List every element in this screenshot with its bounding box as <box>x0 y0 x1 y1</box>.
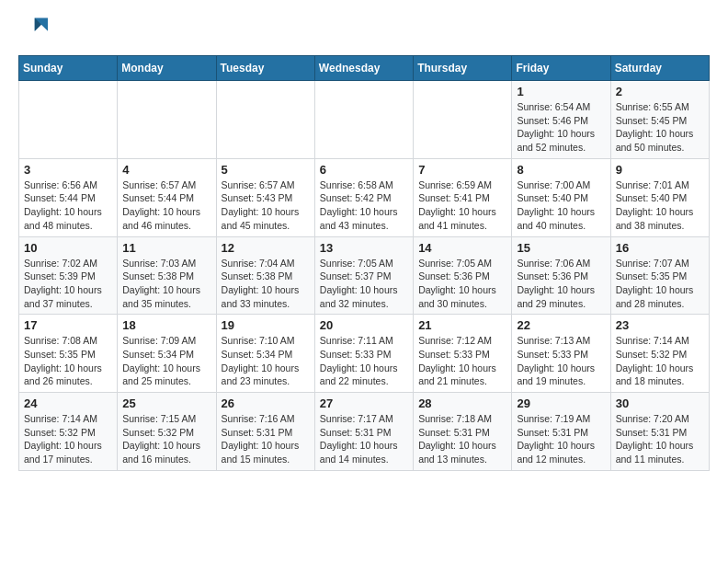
calendar-cell: 11Sunrise: 7:03 AM Sunset: 5:38 PM Dayli… <box>118 236 216 315</box>
calendar-cell: 27Sunrise: 7:17 AM Sunset: 5:31 PM Dayli… <box>314 393 413 471</box>
calendar-header-tuesday: Tuesday <box>216 56 314 81</box>
calendar-cell: 4Sunrise: 6:57 AM Sunset: 5:44 PM Daylig… <box>118 158 216 236</box>
day-info: Sunrise: 7:05 AM Sunset: 5:36 PM Dayligh… <box>418 257 506 311</box>
day-info: Sunrise: 7:16 AM Sunset: 5:31 PM Dayligh… <box>222 412 310 466</box>
calendar-cell: 5Sunrise: 6:57 AM Sunset: 5:43 PM Daylig… <box>216 158 314 236</box>
logo-icon <box>18 15 48 44</box>
day-number: 12 <box>222 241 310 255</box>
day-number: 14 <box>418 241 506 255</box>
day-info: Sunrise: 7:20 AM Sunset: 5:31 PM Dayligh… <box>616 412 704 466</box>
calendar-cell: 6Sunrise: 6:58 AM Sunset: 5:42 PM Daylig… <box>314 158 413 236</box>
day-info: Sunrise: 7:01 AM Sunset: 5:40 PM Dayligh… <box>616 178 704 233</box>
calendar-header-sunday: Sunday <box>19 56 118 81</box>
calendar-header-friday: Friday <box>512 56 610 81</box>
header <box>18 15 710 44</box>
day-info: Sunrise: 7:11 AM Sunset: 5:33 PM Dayligh… <box>320 334 408 388</box>
day-info: Sunrise: 6:57 AM Sunset: 5:43 PM Dayligh… <box>222 178 310 233</box>
day-number: 29 <box>517 396 605 410</box>
day-number: 20 <box>320 318 408 332</box>
calendar-cell: 23Sunrise: 7:14 AM Sunset: 5:32 PM Dayli… <box>610 315 709 393</box>
calendar-cell: 24Sunrise: 7:14 AM Sunset: 5:32 PM Dayli… <box>19 393 118 471</box>
calendar-cell: 3Sunrise: 6:56 AM Sunset: 5:44 PM Daylig… <box>19 158 118 236</box>
calendar-header-wednesday: Wednesday <box>314 56 413 81</box>
day-number: 19 <box>222 318 310 332</box>
day-number: 23 <box>616 318 704 332</box>
calendar-cell: 10Sunrise: 7:02 AM Sunset: 5:39 PM Dayli… <box>19 236 118 315</box>
day-info: Sunrise: 7:00 AM Sunset: 5:40 PM Dayligh… <box>517 178 605 233</box>
day-number: 21 <box>418 318 506 332</box>
day-info: Sunrise: 7:17 AM Sunset: 5:31 PM Dayligh… <box>320 412 408 466</box>
calendar-cell: 1Sunrise: 6:54 AM Sunset: 5:46 PM Daylig… <box>512 81 610 159</box>
day-number: 26 <box>222 396 310 410</box>
calendar-header-row: SundayMondayTuesdayWednesdayThursdayFrid… <box>19 56 710 81</box>
calendar-table: SundayMondayTuesdayWednesdayThursdayFrid… <box>18 55 710 471</box>
day-info: Sunrise: 7:15 AM Sunset: 5:32 PM Dayligh… <box>122 412 210 466</box>
calendar-cell: 15Sunrise: 7:06 AM Sunset: 5:36 PM Dayli… <box>512 236 610 315</box>
day-info: Sunrise: 6:54 AM Sunset: 5:46 PM Dayligh… <box>517 100 605 155</box>
day-number: 1 <box>517 85 605 98</box>
day-info: Sunrise: 7:13 AM Sunset: 5:33 PM Dayligh… <box>517 334 605 388</box>
day-number: 22 <box>517 318 605 332</box>
calendar-cell: 7Sunrise: 6:59 AM Sunset: 5:41 PM Daylig… <box>414 158 512 236</box>
calendar-cell: 21Sunrise: 7:12 AM Sunset: 5:33 PM Dayli… <box>414 315 512 393</box>
calendar-cell: 16Sunrise: 7:07 AM Sunset: 5:35 PM Dayli… <box>610 236 709 315</box>
calendar-cell: 14Sunrise: 7:05 AM Sunset: 5:36 PM Dayli… <box>414 236 512 315</box>
calendar-cell <box>314 81 413 159</box>
day-number: 11 <box>122 241 210 255</box>
calendar-cell: 18Sunrise: 7:09 AM Sunset: 5:34 PM Dayli… <box>118 315 216 393</box>
calendar-cell <box>414 81 512 159</box>
day-info: Sunrise: 7:12 AM Sunset: 5:33 PM Dayligh… <box>418 334 506 388</box>
calendar-cell: 12Sunrise: 7:04 AM Sunset: 5:38 PM Dayli… <box>216 236 314 315</box>
day-info: Sunrise: 7:05 AM Sunset: 5:37 PM Dayligh… <box>320 257 408 311</box>
day-number: 7 <box>418 163 506 177</box>
day-number: 28 <box>418 396 506 410</box>
day-info: Sunrise: 6:55 AM Sunset: 5:45 PM Dayligh… <box>616 100 704 155</box>
day-info: Sunrise: 7:09 AM Sunset: 5:34 PM Dayligh… <box>122 334 210 388</box>
calendar-cell: 26Sunrise: 7:16 AM Sunset: 5:31 PM Dayli… <box>216 393 314 471</box>
calendar-cell: 28Sunrise: 7:18 AM Sunset: 5:31 PM Dayli… <box>414 393 512 471</box>
day-number: 27 <box>320 396 408 410</box>
calendar-header-monday: Monday <box>118 56 216 81</box>
calendar-cell: 30Sunrise: 7:20 AM Sunset: 5:31 PM Dayli… <box>610 393 709 471</box>
day-number: 8 <box>517 163 605 177</box>
day-info: Sunrise: 7:06 AM Sunset: 5:36 PM Dayligh… <box>517 257 605 311</box>
calendar-cell: 25Sunrise: 7:15 AM Sunset: 5:32 PM Dayli… <box>118 393 216 471</box>
calendar-header-saturday: Saturday <box>610 56 709 81</box>
day-number: 3 <box>24 163 112 177</box>
calendar-cell: 2Sunrise: 6:55 AM Sunset: 5:45 PM Daylig… <box>610 81 709 159</box>
day-info: Sunrise: 7:08 AM Sunset: 5:35 PM Dayligh… <box>24 334 112 388</box>
logo <box>18 15 51 44</box>
calendar-cell: 17Sunrise: 7:08 AM Sunset: 5:35 PM Dayli… <box>19 315 118 393</box>
calendar-cell <box>118 81 216 159</box>
day-info: Sunrise: 7:07 AM Sunset: 5:35 PM Dayligh… <box>616 257 704 311</box>
page: SundayMondayTuesdayWednesdayThursdayFrid… <box>0 0 728 486</box>
day-number: 18 <box>122 318 210 332</box>
day-number: 4 <box>122 163 210 177</box>
day-number: 13 <box>320 241 408 255</box>
day-info: Sunrise: 6:56 AM Sunset: 5:44 PM Dayligh… <box>24 178 112 233</box>
day-info: Sunrise: 7:10 AM Sunset: 5:34 PM Dayligh… <box>222 334 310 388</box>
day-number: 30 <box>616 396 704 410</box>
day-info: Sunrise: 7:19 AM Sunset: 5:31 PM Dayligh… <box>517 412 605 466</box>
calendar-cell: 13Sunrise: 7:05 AM Sunset: 5:37 PM Dayli… <box>314 236 413 315</box>
day-info: Sunrise: 7:14 AM Sunset: 5:32 PM Dayligh… <box>24 412 112 466</box>
day-number: 24 <box>24 396 112 410</box>
day-number: 9 <box>616 163 704 177</box>
day-info: Sunrise: 6:58 AM Sunset: 5:42 PM Dayligh… <box>320 178 408 233</box>
calendar-week-row: 10Sunrise: 7:02 AM Sunset: 5:39 PM Dayli… <box>19 236 710 315</box>
calendar-header-thursday: Thursday <box>414 56 512 81</box>
day-number: 5 <box>222 163 310 177</box>
day-info: Sunrise: 7:03 AM Sunset: 5:38 PM Dayligh… <box>122 257 210 311</box>
day-number: 25 <box>122 396 210 410</box>
calendar-cell: 20Sunrise: 7:11 AM Sunset: 5:33 PM Dayli… <box>314 315 413 393</box>
calendar-cell <box>19 81 118 159</box>
calendar-week-row: 17Sunrise: 7:08 AM Sunset: 5:35 PM Dayli… <box>19 315 710 393</box>
day-number: 10 <box>24 241 112 255</box>
calendar-cell: 8Sunrise: 7:00 AM Sunset: 5:40 PM Daylig… <box>512 158 610 236</box>
calendar-week-row: 24Sunrise: 7:14 AM Sunset: 5:32 PM Dayli… <box>19 393 710 471</box>
calendar-cell: 19Sunrise: 7:10 AM Sunset: 5:34 PM Dayli… <box>216 315 314 393</box>
day-info: Sunrise: 7:04 AM Sunset: 5:38 PM Dayligh… <box>222 257 310 311</box>
day-number: 6 <box>320 163 408 177</box>
day-number: 17 <box>24 318 112 332</box>
day-info: Sunrise: 6:57 AM Sunset: 5:44 PM Dayligh… <box>122 178 210 233</box>
